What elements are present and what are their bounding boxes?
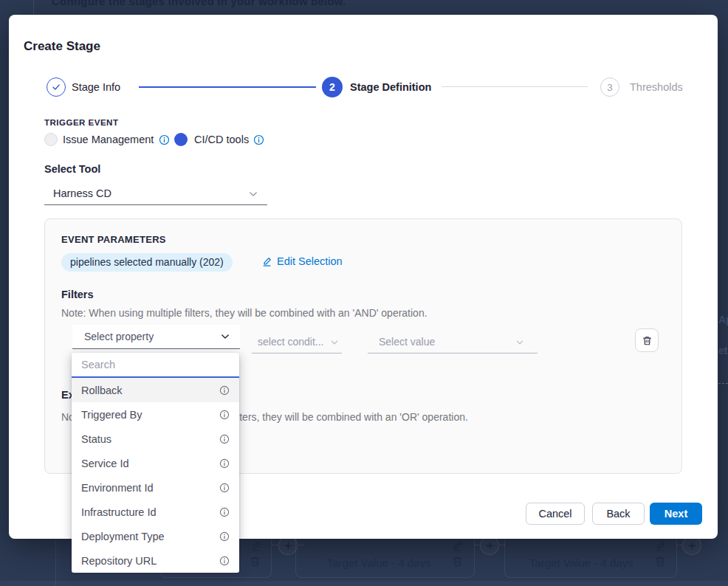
backdrop-text-fragment: et xyxy=(718,345,727,356)
chevron-down-icon xyxy=(220,331,230,342)
step-3-indicator[interactable]: 3 xyxy=(600,77,619,97)
plus-icon xyxy=(687,541,697,551)
chevron-down-icon xyxy=(330,338,339,347)
event-parameters-title: EVENT PARAMETERS xyxy=(61,234,166,245)
dropdown-option-environment-id[interactable]: Environment Id xyxy=(72,475,239,500)
dropdown-search[interactable] xyxy=(72,353,239,378)
dropdown-option-status[interactable]: Status xyxy=(72,427,239,451)
plus-icon xyxy=(284,541,293,551)
info-icon[interactable] xyxy=(219,410,230,420)
dropdown-option-infrastructure-id[interactable]: Infrastructure Id xyxy=(72,500,239,524)
info-icon[interactable] xyxy=(219,385,230,396)
stepper-connector-active xyxy=(139,86,316,88)
filters-note: Note: When using multiple filters, they … xyxy=(61,307,427,319)
radio-issue-management-label[interactable]: Issue Management xyxy=(63,134,154,145)
filter-condition-dropdown[interactable]: select condit... xyxy=(252,331,342,354)
select-tool-dropdown[interactable]: Harness CD xyxy=(44,182,267,205)
property-dropdown-menu: Rollback Triggered By Status Service Id … xyxy=(72,353,239,573)
step-1-label[interactable]: Stage Info xyxy=(72,81,120,93)
backdrop-text-fragment: Ap xyxy=(718,314,728,325)
next-button[interactable]: Next xyxy=(650,503,702,525)
radio-issue-management[interactable] xyxy=(44,133,58,146)
trash-icon xyxy=(642,335,653,346)
backdrop-column-line xyxy=(55,538,56,586)
cancel-button[interactable]: Cancel xyxy=(526,503,585,525)
step-2-indicator[interactable]: 2 xyxy=(322,77,343,97)
step-3-label[interactable]: Thresholds xyxy=(630,81,683,93)
edit-icon xyxy=(654,540,667,552)
step-1-indicator[interactable] xyxy=(47,77,66,97)
check-icon xyxy=(51,82,61,92)
trigger-event-label: TRIGGER EVENT xyxy=(44,118,118,127)
option-label: Status xyxy=(81,433,111,445)
trash-icon xyxy=(451,555,464,568)
filter-value-dropdown[interactable]: Select value xyxy=(368,331,538,354)
info-icon[interactable] xyxy=(219,531,230,542)
select-tool-value: Harness CD xyxy=(53,187,111,199)
backdrop-card-label: Target Value - 4 days xyxy=(529,556,633,569)
backdrop-page-subtitle: Configure the stages involved in your wo… xyxy=(52,0,346,7)
create-stage-modal: Create Stage Stage Info 2 Stage Definiti… xyxy=(9,15,718,539)
info-icon[interactable] xyxy=(159,134,170,145)
screen: Configure the stages involved in your wo… xyxy=(0,0,728,586)
chevron-down-icon xyxy=(248,189,258,199)
filters-title: Filters xyxy=(61,289,94,300)
option-label: Service Id xyxy=(81,458,128,469)
option-label: Repository URL xyxy=(81,555,157,567)
selection-pill: pipelines selected manually (202) xyxy=(61,253,233,272)
info-icon[interactable] xyxy=(219,483,230,493)
option-label: Triggered By xyxy=(81,409,142,421)
option-label: Environment Id xyxy=(81,482,154,494)
trash-icon xyxy=(249,555,261,568)
step-2-label[interactable]: Stage Definition xyxy=(350,81,431,93)
chevron-down-icon xyxy=(515,338,524,347)
edit-icon xyxy=(250,540,262,552)
backdrop-dashed-line xyxy=(718,383,728,384)
info-icon[interactable] xyxy=(219,458,230,469)
dropdown-option-triggered-by[interactable]: Triggered By xyxy=(72,402,239,427)
delete-filter-button[interactable] xyxy=(635,328,659,352)
edit-selection-label: Edit Selection xyxy=(277,255,343,267)
edit-icon xyxy=(261,256,272,267)
search-input[interactable] xyxy=(81,359,230,370)
info-icon[interactable] xyxy=(219,507,230,517)
option-label: Deployment Type xyxy=(81,531,165,542)
radio-cicd-tools-label[interactable]: CI/CD tools xyxy=(194,134,249,145)
radio-cicd-tools[interactable] xyxy=(174,133,188,146)
filter-property-placeholder: Select property xyxy=(84,331,154,342)
plus-icon xyxy=(485,541,495,551)
backdrop-connector xyxy=(272,545,278,545)
filter-value-placeholder: Select value xyxy=(379,336,435,348)
option-label: Rollback xyxy=(81,385,123,396)
edit-selection-link[interactable]: Edit Selection xyxy=(261,255,343,267)
stepper-connector-upcoming xyxy=(442,86,588,87)
edit-icon xyxy=(451,540,464,552)
dropdown-option-rollback[interactable]: Rollback xyxy=(72,378,239,402)
backdrop-connector xyxy=(474,545,479,545)
back-button[interactable]: Back xyxy=(592,503,645,525)
filter-condition-placeholder: select condit... xyxy=(258,336,324,348)
select-tool-label: Select Tool xyxy=(44,163,100,175)
info-icon[interactable] xyxy=(219,556,230,566)
dropdown-option-deployment-type[interactable]: Deployment Type xyxy=(72,524,239,548)
option-label: Infrastructure Id xyxy=(81,506,157,518)
backdrop-card-label: Target Value - 4 days xyxy=(327,556,431,569)
backdrop-connector xyxy=(676,545,681,545)
info-icon[interactable] xyxy=(253,134,264,145)
info-icon[interactable] xyxy=(219,434,230,444)
dropdown-option-repository-url[interactable]: Repository URL xyxy=(72,548,239,573)
trash-icon xyxy=(654,555,667,568)
backdrop-bottom-band xyxy=(0,581,728,586)
filter-property-dropdown[interactable]: Select property xyxy=(72,325,240,349)
dropdown-option-service-id[interactable]: Service Id xyxy=(72,451,239,475)
modal-title: Create Stage xyxy=(24,39,100,54)
